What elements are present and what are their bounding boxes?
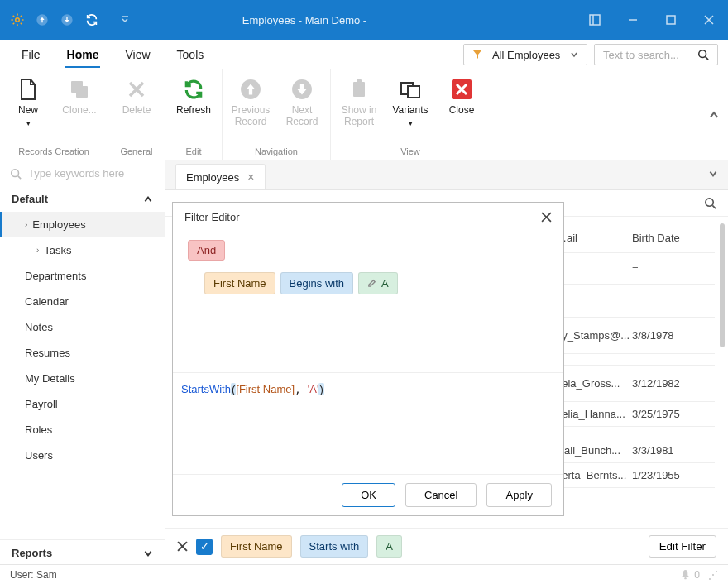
layout-icon[interactable] [576,0,614,40]
grid-header-row: …ail Birth Date [553,223,715,253]
previous-record-button[interactable]: Previous Record [228,76,274,145]
tab-tools[interactable]: Tools [175,41,206,68]
ribbon: New ▾ Clone... Records Creation Delete G… [0,69,728,160]
condition-value[interactable]: A [358,272,398,294]
sidebar-item-departments[interactable]: Departments [0,263,165,289]
ok-button[interactable]: OK [342,483,395,507]
sidebar: Type keywords here Default › Employees ›… [0,160,165,566]
new-button[interactable]: New ▾ [5,76,51,145]
delete-button[interactable]: Delete [113,76,160,145]
filter-value-pill[interactable]: A [376,535,402,558]
svg-line-7 [13,23,15,25]
svg-rect-26 [353,82,365,97]
filter-field-pill[interactable]: First Name [221,535,292,558]
table-row[interactable]: gela_Gross... 3/12/1982 [553,366,715,402]
grid-filter-row[interactable]: = [553,253,715,285]
clone-button[interactable]: Clone... [56,76,103,145]
collapse-ribbon-icon[interactable] [708,109,720,121]
close-dialog-icon[interactable] [541,212,552,223]
sidebar-item-notes[interactable]: Notes [0,314,165,340]
next-record-button[interactable]: Next Record [279,76,325,145]
quick-access-dropdown-icon[interactable] [117,12,132,27]
sidebar-search-input[interactable]: Type keywords here [0,160,165,186]
tab-view[interactable]: View [123,41,151,68]
chevron-right-icon: › [25,220,27,229]
svg-rect-21 [76,86,88,98]
svg-line-36 [712,205,716,208]
variants-button[interactable]: Variants ▾ [387,76,433,145]
close-button[interactable]: Close [438,76,485,145]
refresh-button[interactable]: Refresh [170,76,217,145]
search-placeholder: Text to search... [603,49,697,61]
sidebar-section-default[interactable]: Default [0,186,165,212]
chevron-down-icon [143,548,153,558]
tab-file[interactable]: File [20,41,42,68]
search-icon[interactable] [704,197,716,209]
ribbon-group-label: Edit [186,146,202,156]
cancel-button[interactable]: Cancel [405,483,477,507]
condition-operator[interactable]: Begins with [280,272,353,294]
svg-line-8 [21,16,22,17]
filter-dropdown[interactable]: All Employees [463,44,587,65]
svg-line-34 [18,175,22,179]
minimize-button[interactable] [614,0,652,40]
chevron-down-icon[interactable] [708,169,718,179]
sidebar-item-calendar[interactable]: Calendar [0,289,165,314]
upload-circle-icon[interactable] [35,12,50,27]
vertical-scrollbar[interactable] [720,223,725,347]
show-in-report-button[interactable]: Show in Report [336,76,382,145]
report-icon [347,78,371,101]
svg-point-0 [16,18,20,22]
table-row[interactable]: ny_Stamps@... 3/8/1978 [553,318,715,354]
clear-filter-icon[interactable] [177,541,188,552]
sidebar-search-placeholder: Type keywords here [28,167,124,180]
chevron-down-icon: ▾ [409,119,413,127]
close-icon [450,78,473,101]
filter-operator-pill[interactable]: Starts with [300,535,369,558]
column-header-birth-date[interactable]: Birth Date [625,232,708,244]
gear-icon[interactable] [10,12,25,27]
svg-rect-27 [357,79,362,83]
table-row[interactable]: gelia_Hanna... 3/25/1975 [553,402,715,427]
svg-line-5 [13,16,15,17]
download-circle-icon[interactable] [60,12,74,27]
sidebar-item-users[interactable]: Users [0,443,165,468]
sidebar-item-payroll[interactable]: Payroll [0,391,165,417]
close-tab-icon[interactable]: × [247,170,254,184]
notifications-indicator[interactable]: 0 [680,569,700,581]
ribbon-group-label: View [400,146,420,156]
new-document-icon [17,78,40,101]
group-operator-and[interactable]: And [188,240,225,261]
title-bar: Employees - Main Demo - [0,0,728,40]
svg-point-41 [685,577,687,579]
condition-field[interactable]: First Name [204,272,275,294]
svg-point-35 [706,199,713,206]
sidebar-item-employees[interactable]: › Employees [0,212,165,237]
refresh-quick-icon[interactable] [84,12,99,27]
pencil-icon [367,279,376,288]
global-search-input[interactable]: Text to search... [594,44,718,65]
sidebar-item-my-details[interactable]: My Details [0,366,165,391]
variants-icon [399,78,422,101]
filter-operator-cell[interactable]: = [625,262,708,275]
sidebar-item-resumes[interactable]: Resumes [0,340,165,366]
arrow-down-circle-icon [290,78,314,101]
document-tabstrip: Employees × [165,160,728,190]
tab-home[interactable]: Home [65,41,101,68]
sidebar-item-roles[interactable]: Roles [0,417,165,443]
grid-columns-peek: …ail Birth Date = ny_Stamps@... 3/8/1978… [553,223,715,488]
tab-employees[interactable]: Employees × [175,164,266,189]
close-window-button[interactable] [690,0,728,40]
sidebar-section-reports[interactable]: Reports [0,539,165,566]
table-row[interactable]: berta_Bernts... 1/23/1955 [553,463,715,488]
expression-editor[interactable]: StartsWith([First Name], 'A') [173,372,563,474]
resize-grip-icon[interactable]: ⋰ [708,569,718,581]
table-row[interactable]: igail_Bunch... 3/3/1981 [553,438,715,463]
filter-enabled-checkbox[interactable]: ✓ [196,539,213,555]
maximize-button[interactable] [652,0,690,40]
funnel-icon [472,50,482,60]
search-icon [697,49,709,60]
sidebar-item-tasks[interactable]: › Tasks [0,237,165,263]
edit-filter-button[interactable]: Edit Filter [649,535,716,558]
apply-button[interactable]: Apply [486,483,552,507]
